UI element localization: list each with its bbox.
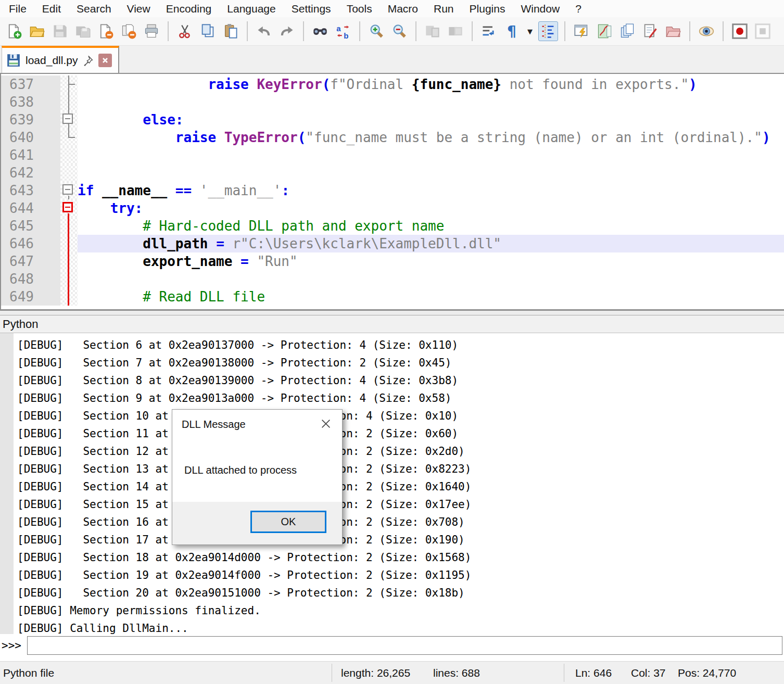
zoom-in-icon[interactable]: [366, 21, 386, 41]
indent-guide-icon[interactable]: [538, 21, 558, 41]
status-column: Col: 37: [631, 667, 666, 679]
console-output-line: [DEBUG] Section 18 at 0x2ea9014d000 -> P…: [17, 549, 784, 566]
menubar: FileEditSearchViewEncodingLanguageSettin…: [0, 0, 784, 17]
word-wrap-icon[interactable]: [479, 21, 499, 41]
document-map-icon[interactable]: [595, 21, 614, 41]
find-icon[interactable]: [310, 21, 330, 41]
code-line-647: 647 export_name = "Run": [1, 252, 784, 270]
code-text[interactable]: raise TypeError("func_name must be a str…: [78, 129, 784, 146]
dialog-close-icon[interactable]: [318, 416, 334, 432]
fold-margin: [60, 164, 78, 182]
toolbar: ab¶▼: [0, 17, 784, 46]
sync-vertical-scroll-icon[interactable]: [423, 21, 442, 41]
save-all-icon[interactable]: [73, 21, 93, 41]
save-icon[interactable]: [50, 21, 70, 41]
code-text[interactable]: [78, 93, 784, 111]
copy-icon[interactable]: [198, 21, 218, 41]
macro-stop-icon[interactable]: [753, 21, 773, 41]
code-text[interactable]: dll_path = r"C:\Users\kclark\ExampleDll.…: [78, 235, 784, 252]
show-all-characters-icon[interactable]: ¶: [502, 21, 522, 41]
menu-item-view[interactable]: View: [119, 3, 158, 15]
console-output-line: [DEBUG] Section 13 at 0x2ea9013e000 -> P…: [17, 460, 784, 478]
menu-item-macro[interactable]: Macro: [380, 3, 426, 15]
caret-down-icon[interactable]: ▼: [525, 21, 535, 41]
folder-as-workspace-icon[interactable]: [663, 21, 683, 41]
menu-item-tools[interactable]: Tools: [339, 3, 380, 15]
line-number: 646: [1, 235, 60, 252]
status-divider: [332, 664, 332, 682]
line-number: 644: [1, 199, 60, 217]
status-line-number: Ln: 646: [575, 667, 612, 679]
replace-icon[interactable]: ab: [333, 21, 353, 41]
code-text[interactable]: export_name = "Run": [78, 252, 784, 270]
document-list-icon[interactable]: [617, 21, 637, 41]
console-output-line: [DEBUG] Memory permissions finalized.: [17, 602, 784, 619]
menu-item-search[interactable]: Search: [69, 3, 119, 15]
code-text[interactable]: if __name__ == '__main__':: [78, 182, 784, 199]
console-output-line: [DEBUG] Section 15 at 0x2ea90149000 -> P…: [17, 496, 784, 513]
undo-icon[interactable]: [254, 21, 274, 41]
monitoring-eye-icon[interactable]: [697, 21, 716, 41]
zoom-out-icon[interactable]: [389, 21, 409, 41]
spacer: [0, 657, 784, 661]
fold-toggle-marker[interactable]: [60, 199, 78, 217]
close-file-icon[interactable]: [96, 21, 116, 41]
function-list-icon[interactable]: [640, 21, 660, 41]
code-text[interactable]: # Hard-coded DLL path and export name: [78, 217, 784, 235]
user-defined-language-icon[interactable]: [572, 21, 591, 41]
print-icon[interactable]: [142, 21, 161, 41]
toolbar-separator: [472, 21, 473, 41]
code-line-640: 640 raise TypeError("func_name must be a…: [1, 129, 784, 146]
code-line-649: 649 # Read DLL file: [1, 288, 784, 306]
menu-item-run[interactable]: Run: [426, 3, 462, 15]
menu-item-settings[interactable]: Settings: [284, 3, 339, 15]
tab-load-dll-py[interactable]: load_dll.py: [2, 46, 119, 73]
dialog-footer: OK: [172, 502, 342, 544]
code-text[interactable]: [78, 270, 784, 288]
menu-item-language[interactable]: Language: [219, 3, 283, 15]
code-text[interactable]: # Read DLL file: [78, 288, 784, 306]
close-all-icon[interactable]: [119, 21, 138, 41]
status-lines: lines: 688: [433, 667, 480, 679]
menu-item-help[interactable]: ?: [567, 3, 589, 15]
sync-horizontal-scroll-icon[interactable]: [446, 21, 465, 41]
fold-margin: [60, 252, 78, 270]
line-number: 647: [1, 252, 60, 270]
cut-icon[interactable]: [175, 21, 195, 41]
fold-margin: [60, 270, 78, 288]
line-number: 641: [1, 146, 60, 164]
menu-item-window[interactable]: Window: [513, 3, 567, 15]
code-text[interactable]: [78, 146, 784, 164]
code-line-646: 646 dll_path = r"C:\Users\kclark\Example…: [1, 235, 784, 252]
dialog-message: DLL attached to process: [184, 464, 297, 476]
panel-splitter[interactable]: [0, 309, 784, 315]
code-text[interactable]: [78, 164, 784, 182]
paste-icon[interactable]: [221, 21, 241, 41]
line-number: 648: [1, 270, 60, 288]
fold-margin: [60, 288, 78, 306]
menu-item-plugins[interactable]: Plugins: [462, 3, 513, 15]
console-prompt: >>>: [0, 639, 27, 652]
fold-toggle-marker[interactable]: [60, 111, 78, 129]
code-editor[interactable]: 637 raise KeyError(f"Ordinal {func_name}…: [0, 74, 784, 309]
pin-icon[interactable]: [82, 55, 94, 66]
console-input[interactable]: [27, 636, 782, 655]
menu-item-encoding[interactable]: Encoding: [158, 3, 220, 15]
new-file-icon[interactable]: [4, 21, 24, 41]
code-text[interactable]: else:: [78, 111, 784, 129]
dialog-title: DLL Message: [182, 419, 246, 430]
macro-record-icon[interactable]: [730, 21, 750, 41]
toolbar-separator: [564, 21, 565, 41]
fold-toggle-marker[interactable]: [60, 182, 78, 199]
menu-item-edit[interactable]: Edit: [34, 3, 69, 15]
fold-margin: [60, 93, 78, 111]
ok-button[interactable]: OK: [250, 511, 326, 533]
open-file-icon[interactable]: [27, 21, 47, 41]
redo-icon[interactable]: [277, 21, 297, 41]
code-text[interactable]: raise KeyError(f"Ordinal {func_name} not…: [78, 75, 784, 93]
code-text[interactable]: try:: [78, 199, 784, 217]
line-number: 640: [1, 129, 60, 146]
tab-close-icon[interactable]: [98, 54, 112, 67]
menu-item-file[interactable]: File: [1, 3, 34, 15]
line-number: 637: [1, 75, 60, 93]
